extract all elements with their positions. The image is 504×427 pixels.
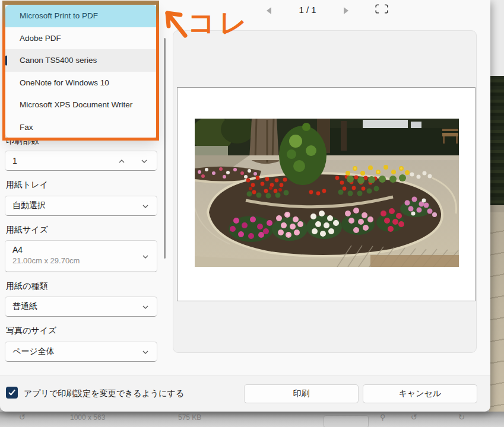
printer-option-label: Microsoft XPS Document Writer (20, 100, 132, 109)
increment-icon[interactable] (118, 157, 126, 165)
paper-tray-value: 自動選択 (12, 200, 46, 211)
printer-option-label: Microsoft Print to PDF (20, 11, 98, 20)
image-dimensions-status: 1000 x 563 (70, 413, 105, 422)
checkmark-icon (8, 389, 16, 396)
background-path-band (489, 205, 504, 212)
printer-option-microsoft-print-to-pdf[interactable]: Microsoft Print to PDF (5, 5, 157, 27)
chevron-down-icon (141, 348, 150, 356)
dialog-footer: アプリで印刷設定を変更できるようにする 印刷 キャンセル (0, 375, 490, 412)
paper-size-select[interactable]: A4 21.00cm x 29.70cm (5, 240, 157, 272)
decrement-icon[interactable] (140, 157, 148, 165)
paper-tray-select[interactable]: 自動選択 (5, 196, 157, 216)
print-button[interactable]: 印刷 (244, 384, 359, 403)
fit-to-page-icon (375, 4, 388, 14)
printer-option-fax[interactable]: Fax (5, 116, 157, 139)
copies-stepper[interactable]: 1 (5, 151, 157, 171)
preview-photo (195, 119, 459, 267)
paper-tray-label: 用紙トレイ (6, 180, 48, 190)
printer-dropdown-flyout: Microsoft Print to PDF Adobe PDF Canon T… (5, 5, 157, 138)
zoom-in-icon: ↻ (458, 413, 465, 422)
printer-option-onenote[interactable]: OneNote for Windows 10 (5, 72, 157, 94)
photo-size-select[interactable]: ページ全体 (5, 342, 157, 362)
allow-app-settings-checkbox[interactable] (6, 387, 18, 399)
selection-pill (5, 55, 7, 65)
copies-value: 1 (12, 156, 17, 165)
paper-type-value: 普通紙 (12, 301, 37, 312)
chevron-down-icon (141, 202, 150, 211)
printer-option-canon-ts5400[interactable]: Canon TS5400 series (5, 49, 157, 72)
next-page-icon (344, 7, 348, 14)
file-size-status: 575 KB (178, 413, 201, 422)
printer-option-label: Canon TS5400 series (20, 56, 97, 65)
screen: ↺ 1000 x 563 575 KB ↺ ↻ ⚲ 1 / 1 印刷部数 1 (0, 0, 504, 427)
cancel-button[interactable]: キャンセル (363, 384, 477, 403)
background-photo-sliver (489, 0, 504, 415)
printer-option-adobe-pdf[interactable]: Adobe PDF (5, 27, 157, 50)
chevron-down-icon (141, 253, 150, 261)
background-pavement (489, 212, 504, 415)
chevron-down-icon (141, 303, 150, 311)
printer-option-label: Fax (20, 123, 33, 132)
preview-page (177, 87, 476, 301)
paper-size-label: 用紙サイズ (6, 225, 48, 235)
photo-size-label: 写真のサイズ (6, 326, 56, 336)
preview-panel (173, 30, 477, 353)
paper-type-label: 用紙の種類 (6, 281, 47, 292)
zoom-out-icon: ↺ (411, 413, 417, 422)
next-page-button[interactable] (341, 6, 351, 15)
printer-option-label: OneNote for Windows 10 (20, 78, 109, 87)
zoom-level-box (324, 415, 369, 427)
sidebar-scrollbar[interactable] (164, 38, 166, 259)
printer-option-xps-writer[interactable]: Microsoft XPS Document Writer (5, 94, 157, 116)
paper-size-value: A4 (12, 245, 23, 254)
photo-size-value: ページ全体 (12, 346, 55, 357)
background-trees (489, 76, 504, 205)
paper-type-select[interactable]: 普通紙 (5, 297, 157, 317)
fit-to-page-button[interactable] (375, 4, 389, 16)
previous-page-icon (267, 7, 271, 14)
previous-page-button[interactable] (265, 6, 275, 15)
page-indicator: 1 / 1 (279, 5, 336, 15)
allow-app-settings-label: アプリで印刷設定を変更できるようにする (24, 388, 184, 399)
magnifier-icon: ⚲ (380, 413, 386, 422)
rotate-icon: ↺ (19, 413, 26, 422)
printer-option-label: Adobe PDF (20, 34, 61, 43)
background-app-statusbar: ↺ 1000 x 563 575 KB ↺ ↻ ⚲ (0, 412, 504, 427)
paper-size-detail: 21.00cm x 29.70cm (12, 256, 80, 265)
